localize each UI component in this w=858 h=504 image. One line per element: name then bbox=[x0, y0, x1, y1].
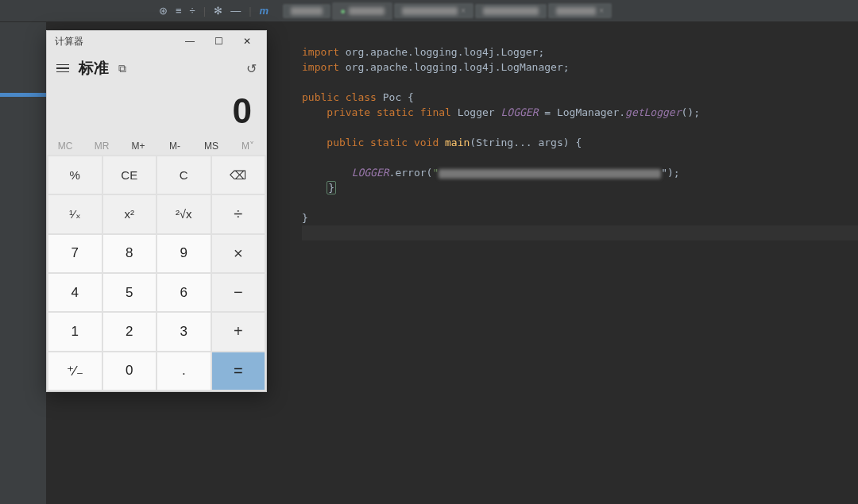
type: Logger bbox=[458, 106, 495, 118]
keep-on-top-icon[interactable]: ⧉ bbox=[118, 62, 126, 75]
toolbar-separator: | bbox=[249, 5, 251, 17]
calculator-display: 0 bbox=[47, 82, 266, 137]
digit-9-button[interactable]: 9 bbox=[157, 235, 211, 272]
closing-brace: } bbox=[302, 212, 308, 224]
field-ref: LOGGER bbox=[352, 167, 389, 179]
keyword: void bbox=[414, 137, 439, 148]
editor-tab[interactable] bbox=[283, 4, 330, 18]
history-icon[interactable]: ↺ bbox=[246, 61, 257, 76]
minimize-button[interactable]: — bbox=[176, 31, 204, 52]
digit-6-button[interactable]: 6 bbox=[157, 274, 211, 311]
negate-button[interactable]: ⁺⁄₋ bbox=[48, 352, 102, 390]
keyword: final bbox=[420, 106, 451, 118]
method-call: getLogger bbox=[625, 106, 681, 118]
toolbar-icon[interactable]: — bbox=[230, 5, 241, 17]
editor-tab[interactable] bbox=[475, 4, 547, 18]
editor-tab[interactable]: × bbox=[394, 3, 473, 18]
digit-4-button[interactable]: 4 bbox=[48, 274, 102, 311]
editor-tab[interactable]: × bbox=[548, 3, 612, 18]
reciprocal-button[interactable]: ¹⁄ₓ bbox=[48, 195, 102, 233]
redacted-string bbox=[439, 169, 661, 179]
keyword: static bbox=[370, 137, 408, 148]
digit-3-button[interactable]: 3 bbox=[157, 313, 211, 350]
mem-recall: MR bbox=[83, 140, 120, 152]
method-call: error bbox=[395, 167, 426, 179]
toolbar-icon[interactable]: ⊛ bbox=[159, 5, 168, 17]
keyword: public bbox=[302, 91, 339, 103]
import-target: org.apache.logging.log4j.Logger bbox=[346, 46, 539, 58]
keyword: public bbox=[327, 137, 364, 148]
add-button[interactable]: + bbox=[212, 313, 265, 350]
divide-button[interactable]: ÷ bbox=[212, 195, 265, 233]
toolbar-separator: | bbox=[203, 5, 206, 17]
type: LogManager bbox=[557, 106, 619, 118]
backspace-button[interactable]: ⌫ bbox=[212, 156, 265, 194]
equals-button[interactable]: = bbox=[212, 352, 265, 390]
calculator-mode: 标准 bbox=[79, 58, 109, 79]
keyword-import: import bbox=[302, 46, 339, 58]
keyword: private bbox=[327, 106, 370, 118]
sqrt-button[interactable]: ²√x bbox=[157, 195, 211, 233]
m-icon[interactable]: m bbox=[260, 5, 269, 17]
param: args bbox=[538, 137, 562, 148]
clear-entry-button[interactable]: CE bbox=[103, 156, 157, 194]
subtract-button[interactable]: − bbox=[212, 274, 265, 311]
left-accent-strip bbox=[0, 93, 46, 97]
decimal-button[interactable]: . bbox=[157, 352, 211, 390]
digit-8-button[interactable]: 8 bbox=[103, 235, 157, 272]
mem-view: M˅ bbox=[230, 140, 266, 152]
close-button[interactable]: ✕ bbox=[233, 31, 261, 52]
mem-store[interactable]: MS bbox=[193, 140, 230, 152]
digit-2-button[interactable]: 2 bbox=[103, 313, 157, 350]
closing-brace: } bbox=[327, 181, 336, 194]
ide-toolbar: ⊛ ≡ ÷ | ✻ — | m ● × × bbox=[0, 0, 858, 22]
code-editor[interactable]: import org.apache.logging.log4j.Logger; … bbox=[270, 22, 858, 504]
class-name: Poc bbox=[383, 91, 401, 103]
toolbar-icon[interactable]: ÷ bbox=[190, 5, 195, 17]
editor-tab-active[interactable]: ● bbox=[332, 2, 392, 20]
calculator-header: 标准 ⧉ ↺ bbox=[47, 52, 266, 82]
mem-clear: MC bbox=[47, 140, 83, 152]
window-title: 计算器 bbox=[55, 35, 83, 48]
keyword-import: import bbox=[302, 61, 339, 73]
clear-button[interactable]: C bbox=[157, 156, 211, 194]
import-target: org.apache.logging.log4j.LogManager bbox=[346, 61, 563, 73]
toolbar-icon[interactable]: ≡ bbox=[176, 5, 182, 17]
mem-plus[interactable]: M+ bbox=[120, 140, 157, 152]
type: String bbox=[476, 137, 513, 148]
field: LOGGER bbox=[501, 106, 539, 118]
calculator-window: 计算器 — ☐ ✕ 标准 ⧉ ↺ 0 MC MR M+ M- MS M˅ % C… bbox=[46, 30, 267, 392]
keyword: class bbox=[346, 91, 377, 103]
settings-icon[interactable]: ✻ bbox=[214, 5, 222, 17]
method-name: main bbox=[445, 137, 470, 148]
mem-minus[interactable]: M- bbox=[157, 140, 193, 152]
memory-row: MC MR M+ M- MS M˅ bbox=[47, 137, 266, 155]
digit-1-button[interactable]: 1 bbox=[48, 313, 102, 350]
ide-left-gutter-bg bbox=[0, 0, 46, 504]
multiply-button[interactable]: × bbox=[212, 235, 265, 272]
percent-button[interactable]: % bbox=[48, 156, 102, 194]
square-button[interactable]: x² bbox=[103, 195, 157, 233]
digit-5-button[interactable]: 5 bbox=[103, 274, 157, 311]
menu-icon[interactable] bbox=[56, 64, 69, 73]
maximize-button[interactable]: ☐ bbox=[204, 31, 233, 52]
toolbar-icon-group: ⊛ ≡ ÷ | ✻ — | m bbox=[159, 5, 269, 17]
digit-7-button[interactable]: 7 bbox=[48, 235, 102, 272]
keyword: static bbox=[377, 106, 414, 118]
calculator-keypad: % CE C ⌫ ¹⁄ₓ x² ²√x ÷ 7 8 9 × 4 5 6 − 1 … bbox=[47, 155, 266, 391]
digit-0-button[interactable]: 0 bbox=[103, 352, 157, 390]
editor-tabs: ● × × bbox=[283, 2, 612, 20]
calculator-titlebar[interactable]: 计算器 — ☐ ✕ bbox=[47, 31, 266, 52]
